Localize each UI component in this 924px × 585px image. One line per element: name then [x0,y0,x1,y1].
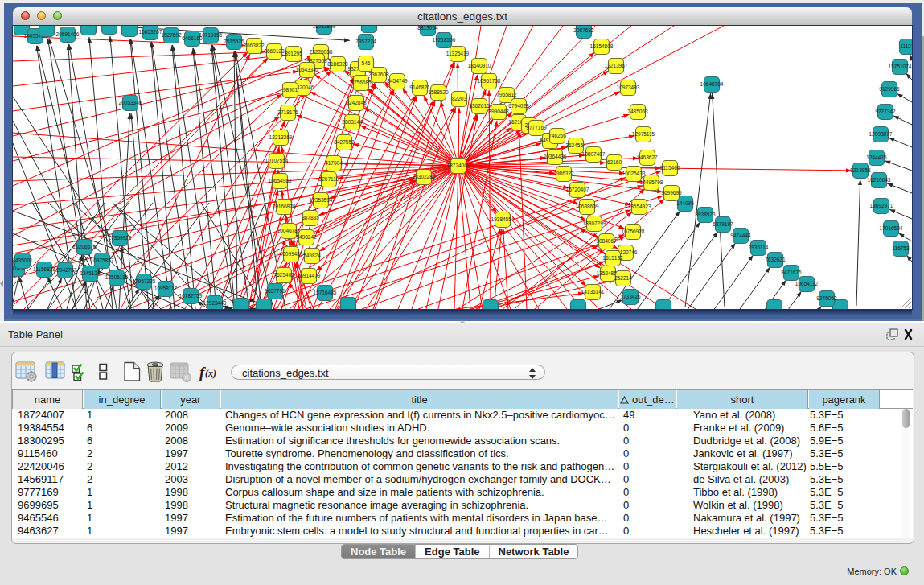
svg-text:10107554: 10107554 [265,158,289,163]
svg-text:17016504: 17016504 [880,225,903,231]
svg-text:10958117: 10958117 [154,286,178,291]
svg-text:20206576: 20206576 [73,244,97,249]
svg-text:2718176: 2718176 [277,109,298,115]
svg-text:7625402: 7625402 [273,272,294,278]
svg-text:549824: 549824 [303,253,321,258]
svg-text:40099489: 40099489 [280,251,303,257]
svg-text:10975857: 10975857 [91,257,114,263]
svg-text:8660123: 8660123 [264,48,285,54]
svg-text:252214: 252214 [614,275,632,281]
svg-text:9084067: 9084067 [596,238,617,244]
svg-text:15716485: 15716485 [314,290,337,295]
svg-text:18640910: 18640910 [468,63,491,68]
svg-text:15751074: 15751074 [889,64,912,69]
svg-text:10719155: 10719155 [199,32,223,38]
svg-text:10653267: 10653267 [139,29,162,35]
svg-text:9146821: 9146821 [409,84,430,90]
svg-text:6794028: 6794028 [508,103,529,109]
svg-text:9242848: 9242848 [346,100,367,105]
svg-text:12213369: 12213369 [269,134,293,140]
svg-text:12353594: 12353594 [310,197,333,203]
svg-text:9474444: 9474444 [730,233,751,238]
svg-text:2935114: 2935114 [749,245,769,250]
svg-text:98901: 98901 [283,87,298,93]
svg-text:9227342: 9227342 [875,109,896,114]
svg-text:3624554: 3624554 [565,142,586,148]
svg-text:13692971: 13692971 [870,203,893,208]
svg-text:18807299: 18807299 [583,220,606,226]
svg-text:16210643: 16210643 [868,177,891,183]
svg-text:10756928: 10756928 [622,229,645,234]
svg-text:417004: 417004 [325,160,343,166]
svg-text:17359928: 17359928 [109,235,132,241]
svg-text:746266: 746266 [548,133,566,138]
svg-text:23302285: 23302285 [413,174,436,179]
svg-text:13654923: 13654923 [628,204,651,209]
svg-text:7515526: 7515526 [224,39,244,44]
svg-text:2367608: 2367608 [368,72,389,77]
svg-text:9115460: 9115460 [660,165,680,171]
svg-text:12942757: 12942757 [54,267,77,273]
svg-text:16033809: 16033809 [313,26,336,29]
svg-text:1362615: 1362615 [469,103,490,109]
svg-text:14495798: 14495798 [640,179,663,185]
svg-text:5498242: 5498242 [296,234,317,240]
svg-text:12923448: 12923448 [203,300,227,306]
svg-text:12975115: 12975115 [632,131,655,137]
svg-text:1244415: 1244415 [866,154,887,160]
svg-text:9777169: 9777169 [526,125,547,130]
svg-text:7632621: 7632621 [765,257,786,262]
svg-text:16154808: 16154808 [590,43,614,49]
svg-text:1733426: 1733426 [620,294,641,299]
svg-text:3267110: 3267110 [319,176,339,182]
svg-text:7485063: 7485063 [627,109,648,114]
svg-text:14136141: 14136141 [581,289,605,295]
svg-text:1588520: 1588520 [428,89,449,95]
svg-text:11156829: 11156829 [33,266,55,272]
svg-text:9245052: 9245052 [816,295,837,301]
svg-text:10961758: 10961758 [478,78,501,84]
svg-text:20691406: 20691406 [56,31,80,37]
svg-text:10654112: 10654112 [795,281,819,286]
svg-text:9129966: 9129966 [879,86,900,92]
svg-text:10543342: 10543342 [296,67,319,72]
svg-text:11325419: 11325419 [446,51,470,56]
svg-text:10648784: 10648784 [700,81,724,87]
svg-text:12093877: 12093877 [869,131,893,137]
svg-text:9699695: 9699695 [661,190,682,196]
svg-text:20364436: 20364436 [544,154,567,159]
svg-text:9463627: 9463627 [637,154,658,160]
svg-text:12505115: 12505115 [105,274,129,280]
svg-text:18724007: 18724007 [447,163,470,168]
svg-text:12213967: 12213967 [605,63,628,68]
svg-text:20053346: 20053346 [119,100,142,105]
svg-text:19218506: 19218506 [433,37,456,43]
svg-text:546: 546 [362,60,371,66]
svg-text:17957225: 17957225 [133,278,156,284]
svg-text:8454749: 8454749 [387,78,408,84]
svg-text:62160: 62160 [607,159,622,165]
svg-text:7663822: 7663822 [244,43,265,48]
svg-text:1527602: 1527602 [161,32,182,38]
svg-text:10046786: 10046786 [277,228,301,233]
svg-text:6879197: 6879197 [713,221,733,227]
svg-text:2087682: 2087682 [573,27,594,33]
svg-text:7955812: 7955812 [496,92,517,97]
svg-text:8813054: 8813054 [417,26,438,31]
svg-text:19384554: 19384554 [491,216,515,222]
svg-text:16914479: 16914479 [298,273,321,278]
svg-text:(x): (x) [205,368,216,379]
svg-text:8990448: 8990448 [488,109,509,114]
svg-text:8938923: 8938923 [695,212,716,217]
svg-text:1345134: 1345134 [80,270,101,276]
svg-text:11127: 11127 [900,43,912,49]
svg-text:387835: 387835 [302,215,319,220]
svg-text:891295: 891295 [285,51,302,56]
svg-text:19166829: 19166829 [273,204,296,209]
svg-text:2803144: 2803144 [342,119,363,125]
svg-text:9657791: 9657791 [265,288,285,294]
svg-text:144095: 144095 [676,200,694,206]
svg-text:8427552: 8427552 [334,139,355,145]
svg-text:7986322: 7986322 [553,171,574,176]
svg-text:10654983: 10654983 [269,178,292,183]
